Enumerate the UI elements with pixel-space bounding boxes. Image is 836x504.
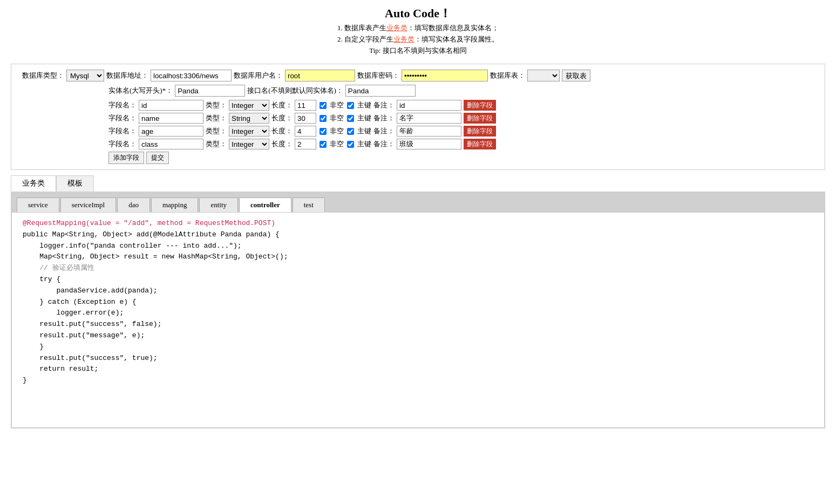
- field-notnull-checkbox[interactable]: [320, 115, 327, 122]
- db-addr-label: 数据库地址：: [106, 71, 148, 80]
- top-tab[interactable]: 业务类: [11, 175, 56, 192]
- code-line: }: [23, 342, 813, 353]
- field-type-label: 类型：: [206, 113, 227, 123]
- code-line: // 验证必填属性: [23, 263, 813, 274]
- field-pk-label: 主键: [357, 113, 371, 123]
- code-line: @RequestMapping(value = "/add", method =…: [23, 218, 813, 229]
- field-notnull-checkbox[interactable]: [320, 141, 327, 148]
- field-pk-label: 主键: [357, 100, 371, 110]
- delete-field-button[interactable]: 删除字段: [464, 139, 496, 149]
- delete-field-button[interactable]: 删除字段: [464, 113, 496, 124]
- field-pk-checkbox[interactable]: [347, 115, 354, 122]
- sub-tab[interactable]: dao: [117, 197, 150, 212]
- field-notnull-label: 非空: [330, 113, 344, 123]
- field-length-label: 长度：: [271, 100, 293, 110]
- field-comment-label: 备注：: [373, 126, 395, 136]
- tabs-top: 业务类模板: [11, 175, 825, 192]
- field-pk-label: 主键: [357, 126, 371, 136]
- code-line: result.put("success", true);: [23, 353, 813, 364]
- code-line: logger.error(e);: [23, 308, 813, 319]
- field-comment-label: 备注：: [373, 139, 395, 149]
- field-comment-input[interactable]: [397, 113, 461, 124]
- field-row: 字段名： 类型： Integer String Double Date 长度： …: [108, 139, 814, 149]
- field-type-label: 类型：: [206, 139, 227, 149]
- field-length-label: 长度：: [271, 126, 293, 136]
- sub-tab[interactable]: mapping: [151, 197, 199, 212]
- entity-label: 实体名(大写开头)*：: [108, 86, 173, 96]
- tabs-outer: 业务类模板 serviceserviceImpldaomappingentity…: [11, 175, 825, 428]
- code-line: result.put("message", e);: [23, 330, 813, 342]
- field-notnull-label: 非空: [330, 100, 344, 110]
- field-type-select[interactable]: Integer String Double Date: [229, 100, 269, 111]
- add-submit-row: 添加字段 提交: [108, 152, 814, 164]
- field-notnull-label: 非空: [330, 126, 344, 136]
- db-table-select[interactable]: [527, 70, 560, 81]
- field-name-label: 字段名：: [108, 100, 137, 110]
- field-comment-label: 备注：: [373, 100, 395, 110]
- code-line: }: [23, 375, 813, 386]
- code-line: pandaService.add(panda);: [23, 285, 813, 297]
- field-notnull-checkbox[interactable]: [320, 102, 327, 109]
- db-user-input[interactable]: [285, 70, 355, 81]
- field-pk-label: 主键: [357, 139, 371, 149]
- tab-content-outer: serviceserviceImpldaomappingentitycontro…: [11, 192, 825, 428]
- field-pk-checkbox[interactable]: [347, 102, 354, 109]
- code-line: try {: [23, 274, 813, 285]
- page-header: Auto Code！ 1. 数据库表产生业务类：填写数据库信息及实体名； 2. …: [0, 0, 836, 58]
- code-area[interactable]: @RequestMapping(value = "/add", method =…: [11, 212, 825, 428]
- sub-tab[interactable]: controller: [239, 197, 291, 212]
- fetch-table-button[interactable]: 获取表: [562, 70, 590, 81]
- field-length-input[interactable]: [295, 126, 316, 137]
- db-config-row: 数据库类型： Mysql 数据库地址： 数据库用户名： 数据库密码： 数据库表：…: [22, 70, 814, 81]
- field-type-select[interactable]: Integer String Double Date: [229, 139, 269, 149]
- desc-line1: 1. 数据库表产生业务类：填写数据库信息及实体名；: [0, 23, 836, 33]
- db-type-label: 数据库类型：: [22, 71, 64, 80]
- api-label: 接口名(不填则默认同实体名)：: [247, 86, 343, 96]
- db-addr-input[interactable]: [151, 70, 232, 81]
- field-name-input[interactable]: [139, 113, 203, 124]
- sub-tab[interactable]: entity: [199, 197, 238, 212]
- submit-button[interactable]: 提交: [146, 152, 169, 164]
- field-name-input[interactable]: [139, 126, 203, 137]
- add-field-button[interactable]: 添加字段: [108, 152, 144, 164]
- desc-line2: 2. 自定义字段产生业务类：填写实体名及字段属性。: [0, 35, 836, 44]
- config-area: 数据库类型： Mysql 数据库地址： 数据库用户名： 数据库密码： 数据库表：…: [11, 64, 825, 170]
- field-comment-label: 备注：: [373, 113, 395, 123]
- delete-field-button[interactable]: 删除字段: [464, 126, 496, 137]
- field-comment-input[interactable]: [397, 139, 461, 149]
- top-tab[interactable]: 模板: [56, 175, 94, 192]
- code-line: } catch (Exception e) {: [23, 297, 813, 308]
- sub-tab[interactable]: serviceImpl: [60, 197, 116, 212]
- field-row: 字段名： 类型： Integer String Double Date 长度： …: [108, 126, 814, 137]
- delete-field-button[interactable]: 删除字段: [464, 100, 496, 111]
- sub-tab[interactable]: test: [293, 197, 325, 212]
- fields-area: 字段名： 类型： Integer String Double Date 长度： …: [108, 100, 814, 149]
- code-line: logger.info("panda controller --- into a…: [23, 241, 813, 252]
- field-row: 字段名： 类型： Integer String Double Date 长度： …: [108, 100, 814, 111]
- db-type-select[interactable]: Mysql: [66, 70, 104, 81]
- field-name-label: 字段名：: [108, 139, 137, 149]
- field-comment-input[interactable]: [397, 126, 461, 137]
- field-length-input[interactable]: [295, 139, 316, 149]
- field-pk-checkbox[interactable]: [347, 128, 354, 135]
- tip-text: Tip: 接口名不填则与实体名相同: [0, 46, 836, 56]
- field-type-select[interactable]: Integer String Double Date: [229, 126, 269, 137]
- field-name-input[interactable]: [139, 139, 203, 149]
- code-line: public Map<String, Object> add(@ModelAtt…: [23, 229, 813, 241]
- field-name-input[interactable]: [139, 100, 203, 111]
- field-row: 字段名： 类型： Integer String Double Date 长度： …: [108, 113, 814, 124]
- field-comment-input[interactable]: [397, 100, 461, 111]
- field-type-select[interactable]: Integer String Double Date: [229, 113, 269, 124]
- db-user-label: 数据库用户名：: [234, 71, 283, 80]
- db-pwd-input[interactable]: [402, 70, 488, 81]
- entity-name-input[interactable]: [175, 85, 245, 97]
- sub-tab[interactable]: service: [17, 197, 59, 212]
- api-name-input[interactable]: [345, 85, 416, 97]
- field-pk-checkbox[interactable]: [347, 141, 354, 148]
- field-length-input[interactable]: [295, 100, 316, 111]
- page-title: Auto Code！: [0, 5, 836, 22]
- field-length-label: 长度：: [271, 139, 293, 149]
- field-notnull-checkbox[interactable]: [320, 128, 327, 135]
- field-length-input[interactable]: [295, 113, 316, 124]
- sub-tabs: serviceserviceImpldaomappingentitycontro…: [11, 197, 825, 212]
